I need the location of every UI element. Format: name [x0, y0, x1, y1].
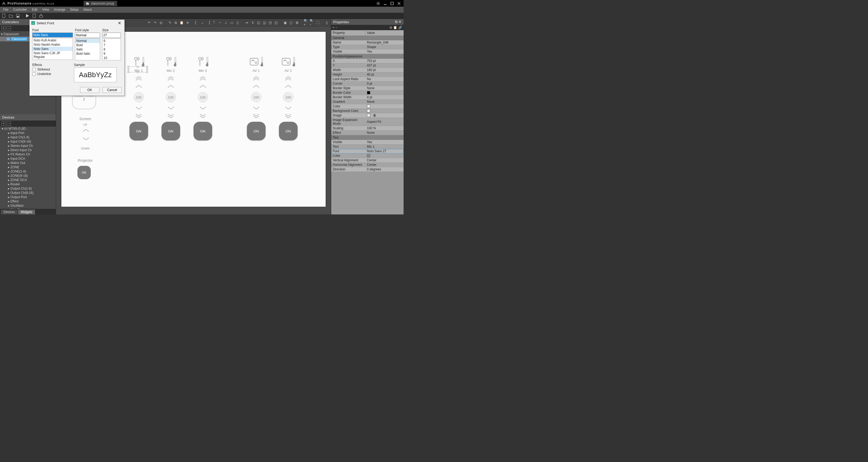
open-icon[interactable] — [8, 13, 13, 18]
chevron-down-icon[interactable] — [82, 137, 90, 142]
prop-visible[interactable]: Yes — [365, 50, 404, 54]
prop-effect[interactable]: None — [365, 131, 404, 135]
dev-add-button[interactable]: + — [1, 121, 6, 126]
device-item[interactable]: ▸ Oscillator — [0, 203, 56, 208]
chevron-up-icon[interactable] — [275, 84, 302, 89]
size-option[interactable]: 8 — [102, 47, 121, 52]
channel-on-button[interactable]: ON — [279, 122, 298, 141]
copy-icon[interactable]: ⧉ — [174, 20, 178, 25]
doc-icon[interactable] — [32, 13, 37, 18]
channel-on-button[interactable]: ON — [247, 122, 266, 141]
export-icon[interactable] — [39, 13, 43, 18]
menu-about[interactable]: About — [81, 7, 94, 12]
device-item[interactable]: ▸ ZONE — [0, 165, 56, 169]
chevron-up-icon[interactable] — [125, 84, 152, 89]
prop-color[interactable] — [365, 104, 404, 109]
phone-preview-icon[interactable]: ▯ — [324, 20, 329, 25]
channel-label[interactable]: Mic 2 — [157, 69, 184, 73]
font-input[interactable] — [32, 33, 73, 37]
menu-edit[interactable]: Edit — [30, 7, 39, 12]
style-option[interactable]: Bold Italic — [75, 52, 100, 56]
font-listbox[interactable]: Noto Kufi ArabicNoto Naskh ArabicNoto Sa… — [32, 38, 73, 60]
close-button[interactable] — [396, 1, 402, 6]
menu-arrange[interactable]: Arrange — [52, 7, 67, 12]
level-value[interactable]: 100 — [283, 92, 293, 103]
prop-bordercolor[interactable] — [365, 90, 404, 95]
align-top-icon[interactable]: ⟙ — [212, 20, 217, 25]
ok-button[interactable]: OK — [80, 87, 99, 93]
device-root[interactable]: ▾ MTX5-D (ID : — [0, 126, 56, 131]
prop-borderstyle[interactable]: None — [365, 86, 404, 90]
chevron-up-icon[interactable] — [82, 128, 90, 134]
layers-icon[interactable]: ≋ — [185, 20, 190, 25]
device-item[interactable]: ▸ ZONE(1-8) — [0, 169, 56, 174]
prop-corner[interactable]: 0 pt — [365, 82, 404, 86]
chevron-down-icon[interactable] — [125, 106, 152, 111]
font-option[interactable]: Noto Sans CJK JP Regular — [33, 51, 72, 59]
size-input[interactable] — [102, 33, 121, 38]
file-tab[interactable]: classroom.pvcpj — [84, 1, 117, 6]
tab-widgets[interactable]: Widgets — [18, 210, 35, 214]
font-option[interactable]: Noto Kufi Arabic — [33, 38, 72, 42]
device-item[interactable]: ▸ Effect — [0, 199, 56, 203]
double-chevron-down-icon[interactable] — [243, 114, 270, 119]
dialog-titlebar[interactable]: A Select Font ✕ — [30, 20, 124, 26]
prop-imgexp[interactable]: Aspect Fit — [365, 118, 404, 126]
double-chevron-up-icon[interactable] — [189, 76, 216, 81]
save-icon[interactable] — [16, 13, 20, 18]
equal-width-icon[interactable]: ⇔ — [245, 20, 249, 25]
redo-icon[interactable]: ↷ — [153, 20, 157, 25]
send-back-icon[interactable]: ◲ — [262, 20, 267, 25]
level-value[interactable]: 100 — [197, 92, 208, 103]
device-item[interactable]: ▸ Input Ch(1-8) — [0, 135, 56, 139]
channel-on-button[interactable]: ON — [193, 122, 212, 141]
size-listbox[interactable]: 67891011 — [102, 38, 121, 60]
size-option[interactable]: 11 — [102, 60, 121, 60]
snap-icon[interactable]: ◎ — [159, 20, 163, 25]
prop-text[interactable]: Mic 1 — [365, 144, 404, 149]
prop-name[interactable]: Rectangle_049 — [365, 40, 404, 45]
align-bottom-icon[interactable]: ⟘ — [224, 20, 228, 25]
menu-setup[interactable]: Setup — [68, 7, 81, 12]
chevron-down-icon[interactable] — [189, 106, 216, 111]
style-listbox[interactable]: NormalBoldItalicBold Italic — [75, 38, 100, 60]
double-chevron-up-icon[interactable] — [125, 76, 152, 81]
minimize-button[interactable] — [382, 1, 388, 6]
double-chevron-up-icon[interactable] — [157, 76, 184, 81]
prop-paste-icon[interactable]: 📋 — [393, 26, 397, 29]
ctrl-remove-button[interactable]: − — [7, 26, 11, 30]
device-item[interactable]: ▸ Direct Input Ch — [0, 148, 56, 152]
maximize-button[interactable] — [389, 1, 395, 6]
chevron-up-icon[interactable] — [243, 84, 270, 89]
dist-h-icon[interactable]: ▭ — [229, 20, 234, 25]
font-option[interactable]: Noto Sans Mono — [33, 59, 72, 60]
prop-bgcolor[interactable] — [365, 109, 404, 113]
prop-y[interactable]: 437 pt — [365, 63, 404, 67]
zoom-out-icon[interactable]: 🔍− — [310, 20, 314, 25]
prop-link-icon[interactable]: 🔗 — [398, 26, 402, 29]
cancel-button[interactable]: Cancel — [102, 87, 122, 93]
device-item[interactable]: ▸ Output Ch(9-16) — [0, 191, 56, 195]
double-chevron-down-icon[interactable] — [157, 114, 184, 119]
device-item[interactable]: ▸ ZONE DCA — [0, 178, 56, 182]
expand-all-button[interactable]: + — [333, 26, 335, 29]
size-option[interactable]: 10 — [102, 56, 121, 60]
prop-tvisible[interactable]: Yes — [365, 140, 404, 144]
ctrl-add-button[interactable]: + — [1, 26, 6, 30]
dist-v-icon[interactable]: ▯ — [236, 20, 240, 25]
strikeout-checkbox[interactable]: Strikeout — [32, 67, 70, 71]
prop-lock[interactable]: No — [365, 77, 404, 81]
chevron-down-icon[interactable] — [275, 106, 302, 111]
tab-devices[interactable]: Devices — [1, 210, 18, 214]
prop-width[interactable]: 180 pt — [365, 68, 404, 72]
double-chevron-up-icon[interactable] — [275, 76, 302, 81]
size-option[interactable]: 6 — [102, 39, 121, 43]
bring-forward-icon[interactable]: ◳ — [268, 20, 273, 25]
style-option[interactable]: Bold — [75, 43, 100, 47]
size-option[interactable]: 9 — [102, 52, 121, 56]
style-input[interactable] — [75, 33, 100, 38]
close-panel-icon[interactable]: ✕ — [399, 20, 401, 24]
channel-on-button[interactable]: ON — [161, 122, 180, 141]
channel-label[interactable]: AV 1 — [243, 69, 270, 73]
device-item[interactable]: ▸ FX Return Ch — [0, 152, 56, 156]
